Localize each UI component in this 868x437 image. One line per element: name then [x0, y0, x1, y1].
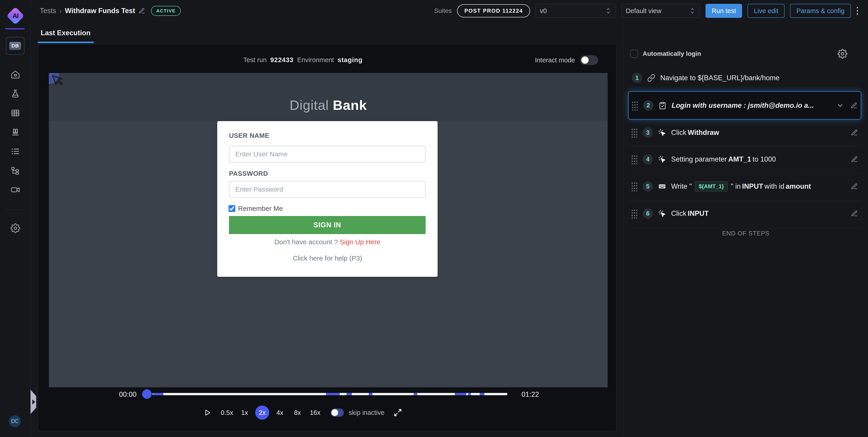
edit-step-icon[interactable] [851, 129, 858, 136]
view-select[interactable]: Default view [621, 4, 700, 18]
played-segment [480, 393, 484, 395]
speed-option-1x[interactable]: 1x [238, 406, 252, 419]
app-root: AI DB DC Tests [0, 0, 868, 437]
played-segment [414, 393, 417, 395]
skip-inactive-label: skip inactive [349, 409, 384, 416]
params-config-button[interactable]: Params & config [790, 4, 851, 18]
home-icon[interactable] [10, 70, 20, 80]
app-logo-icon[interactable]: AI [6, 7, 24, 25]
step-text: Login with username : jsmith@demo.io a..… [672, 101, 814, 110]
version-select-value: v0 [540, 7, 547, 15]
link-icon [647, 74, 655, 82]
step-row-3[interactable]: 3Click Withdraw [628, 119, 861, 146]
drag-handle-icon[interactable] [631, 128, 637, 137]
execution-panel: Test run 922433 Environment staging Inte… [38, 44, 616, 431]
select-updown-icon [605, 7, 612, 15]
environment-value: staging [338, 56, 363, 63]
total-time: 01:22 [522, 391, 539, 399]
step-row-4[interactable]: 4Setting parameter AMT_1 to 1000 [628, 146, 861, 173]
player-controls: 0.5x1x2x4x8x16x skip inactive [38, 405, 568, 420]
interact-mode-label: Interact mode [535, 57, 575, 64]
tree-icon[interactable] [10, 166, 20, 176]
breadcrumb-root[interactable]: Tests [40, 7, 56, 15]
help-link: Click here for help (P3) [217, 254, 438, 262]
skip-inactive-toggle[interactable] [331, 409, 344, 417]
drag-handle-icon[interactable] [631, 154, 637, 164]
play-icon[interactable] [203, 409, 211, 417]
chevron-down-icon[interactable] [836, 102, 844, 110]
speed-option-2x[interactable]: 2x [255, 406, 269, 419]
speed-option-0.5x[interactable]: 0.5x [220, 406, 234, 419]
remember-me-row: Remember Me [228, 205, 283, 212]
app-logo-text: AI [12, 12, 18, 20]
columns-icon[interactable] [10, 127, 20, 137]
flask-icon[interactable] [10, 89, 20, 99]
tab-last-execution[interactable]: Last Execution [41, 29, 91, 37]
seek-thumb[interactable] [142, 389, 152, 399]
gear-icon[interactable] [10, 223, 20, 233]
topbar-actions: Suites POST PROD 112224 v0 Default view … [434, 0, 859, 22]
played-segment [455, 393, 466, 395]
parameter-chip: ${AMT_1} [695, 181, 727, 192]
step-row-6[interactable]: 6Click INPUT [628, 200, 861, 227]
sidebar-divider [4, 210, 26, 210]
version-select[interactable]: v0 [535, 4, 616, 18]
step-text: Click Withdraw [671, 129, 719, 137]
password-label: PASSWORD [229, 170, 268, 177]
speed-option-8x[interactable]: 8x [290, 406, 305, 419]
username-label: USER NAME [229, 132, 270, 139]
edit-step-icon[interactable] [851, 210, 858, 217]
breadcrumb-separator: › [59, 7, 62, 15]
step-row-5[interactable]: 5Write " ${AMT_1} " in INPUT with id amo… [628, 173, 861, 200]
clipboard-check-icon [658, 101, 666, 110]
interact-mode-toggle[interactable] [580, 55, 598, 65]
played-segment [468, 393, 471, 395]
user-avatar[interactable]: DC [9, 415, 21, 427]
password-field [229, 181, 426, 198]
step-text: Setting parameter AMT_1 to 1000 [671, 155, 776, 163]
toggle-knob [581, 57, 589, 64]
video-frame[interactable]: Digital Bank USER NAME PASSWORD Remember… [49, 73, 608, 387]
suites-label: Suites [434, 7, 452, 14]
step-number-badge: 2 [643, 100, 653, 111]
step-text: Click INPUT [671, 210, 709, 218]
list-icon[interactable] [10, 147, 20, 156]
video-camera-icon[interactable] [10, 185, 20, 195]
select-updown-icon [689, 7, 696, 15]
suite-pill[interactable]: POST PROD 112224 [457, 4, 530, 18]
more-options-icon[interactable] [856, 5, 859, 17]
workspace-badge: DB [9, 42, 21, 50]
player-timeline: 00:00 01:22 [38, 387, 616, 403]
speed-option-4x[interactable]: 4x [273, 406, 287, 419]
fullscreen-icon[interactable] [393, 408, 403, 417]
view-select-value: Default view [626, 7, 661, 15]
step-row-1[interactable]: 1Navigate to ${BASE_URL}/bank/home [628, 64, 861, 92]
cursor-click-icon [658, 210, 666, 218]
sidebar-collapse-handle[interactable] [31, 390, 36, 414]
interact-mode-control: Interact mode [535, 55, 598, 65]
remember-me-checkbox [228, 205, 235, 212]
played-segment [369, 393, 373, 395]
steps-panel: Automatically login 1Navigate to ${BASE_… [623, 22, 868, 437]
edit-step-icon[interactable] [851, 156, 858, 163]
step-number-badge: 6 [643, 208, 653, 219]
step-row-2[interactable]: 2Login with username : jsmith@demo.io a.… [628, 91, 861, 120]
workspace-switcher[interactable]: DB [6, 37, 24, 55]
step-divider [628, 228, 861, 228]
edit-step-icon[interactable] [850, 102, 858, 109]
grid-icon[interactable] [10, 108, 20, 118]
test-run-id: 922433 [270, 56, 293, 63]
drag-handle-icon[interactable] [631, 209, 637, 218]
edit-step-icon[interactable] [851, 183, 858, 190]
drag-handle-icon[interactable] [631, 100, 638, 111]
seek-track[interactable] [152, 393, 507, 395]
speed-option-16x[interactable]: 16x [308, 406, 322, 419]
bank-title-bold: Bank [333, 98, 367, 113]
bank-title: Digital Bank [49, 97, 608, 113]
live-edit-button[interactable]: Live edit [747, 4, 784, 18]
keyboard-icon [658, 182, 666, 190]
steps-list: 1Navigate to ${BASE_URL}/bank/home2Login… [624, 22, 868, 437]
drag-handle-icon[interactable] [631, 182, 637, 191]
edit-title-icon[interactable] [138, 7, 145, 14]
run-test-button[interactable]: Run test [706, 4, 742, 18]
